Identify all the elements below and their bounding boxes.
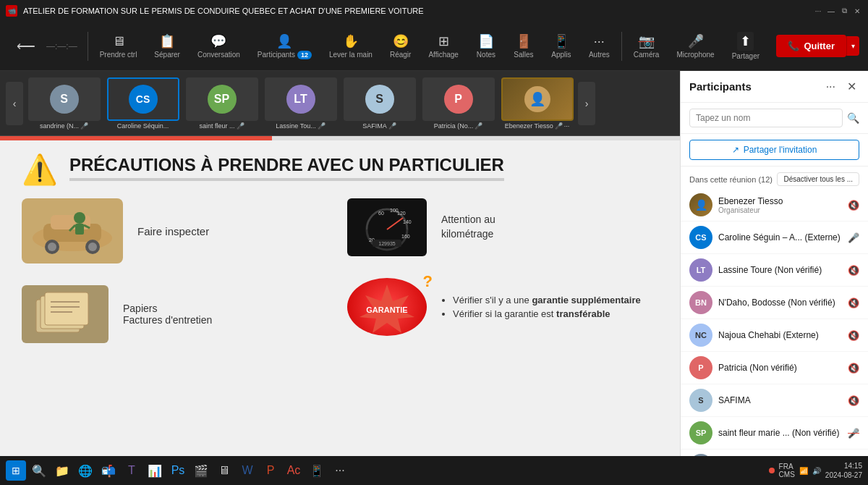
autres-label: Autres xyxy=(589,51,610,59)
garantie-bullet-2: Vérifier si la garantie est transférable xyxy=(453,307,641,321)
participant-row-patricia: P Patricia (Non vérifié) 🔇 xyxy=(681,352,868,384)
taskbar-edge[interactable]: 🌐 xyxy=(75,460,95,481)
avatar-najoua-panel: NC xyxy=(689,324,712,347)
name-caroline: Caroline Séquin... xyxy=(107,122,179,130)
toolbar-prendre-ctrl[interactable]: 🖥 Prendre ctrl xyxy=(93,31,145,62)
mic-najoua-panel: 🔇 xyxy=(848,330,859,341)
taskbar-office[interactable]: 📊 xyxy=(145,460,165,481)
minimize-btn[interactable]: — xyxy=(826,6,836,16)
toolbar-camera[interactable]: 📷 Caméra xyxy=(626,30,667,62)
toolbar-reagir[interactable]: 😊 Réagir xyxy=(383,30,418,62)
nav-next-btn[interactable]: › xyxy=(578,82,595,125)
info-ndaho: N'Daho, Bodosse (Non vérifié) xyxy=(718,298,842,308)
mic-safima: 🎤 xyxy=(388,122,396,130)
avatar-saint-fleur-panel: SP xyxy=(689,421,712,444)
quitter-button[interactable]: 📞 Quitter xyxy=(776,35,846,57)
autres-icon: ··· xyxy=(594,34,605,49)
taskbar-files[interactable]: 📁 xyxy=(52,460,72,481)
toolbar-autres[interactable]: ··· Autres xyxy=(582,31,617,62)
camera-icon: 📷 xyxy=(639,33,655,49)
slide-area: ⚠️ PRÉCAUTIONS À PRENDRE AVEC UN PARTICU… xyxy=(0,140,680,463)
maximize-btn[interactable]: ⧉ xyxy=(839,6,849,16)
content-col: ‹ S sandrine (N... 🎤 CS Caroline Séq xyxy=(0,71,680,485)
share-icon: ↗ xyxy=(732,145,739,155)
taskbar: ⊞ 🔍 📁 🌐 📬 T 📊 Ps 🎬 🖥 W P Ac 📱 ··· FRACMS… xyxy=(0,456,868,485)
name-sandrine: sandrine (N... 🎤 xyxy=(28,122,101,130)
toolbar-applis[interactable]: 📱 Applis xyxy=(544,30,579,62)
nav-prev-btn[interactable]: ‹ xyxy=(6,82,23,125)
taskbar-acrobat[interactable]: Ac xyxy=(284,460,304,481)
taskbar-word[interactable]: W xyxy=(237,460,258,481)
papers-svg xyxy=(29,289,101,340)
avatar-saint-fleur: SP xyxy=(208,85,237,114)
papiers-label: Papiers Factures d'entretien xyxy=(123,303,212,326)
taskbar-overflow[interactable]: ··· xyxy=(330,460,350,481)
mic-saint-fleur: 🎤 xyxy=(237,122,244,130)
toolbar-affichage[interactable]: ⊞ Affichage xyxy=(421,30,466,62)
toolbar-participants[interactable]: 👤 Participants 12 xyxy=(250,30,319,62)
back-icon: ⟵ xyxy=(17,38,35,54)
search-button[interactable]: 🔍 xyxy=(847,112,859,124)
video-caroline: CS xyxy=(107,77,179,121)
right-panel: Participants ··· ✕ 🔍 ↗ Partager l'invita… xyxy=(680,71,868,485)
panel-close-btn[interactable]: ✕ xyxy=(844,78,859,95)
toolbar-microphone[interactable]: 🎤 Microphone xyxy=(669,30,721,62)
panel-more-btn[interactable]: ··· xyxy=(823,79,838,95)
avatar-lassine: LT xyxy=(286,85,315,114)
toolbar-conversation[interactable]: 💬 Conversation xyxy=(190,30,247,62)
taskbar-teams[interactable]: T xyxy=(122,460,142,481)
taskbar-search[interactable]: 🔍 xyxy=(29,460,49,481)
salles-label: Salles xyxy=(514,51,533,59)
reagir-label: Réagir xyxy=(390,51,411,59)
mic-caroline-panel: 🎤 xyxy=(848,232,859,243)
participant-row-ndaho: BN N'Daho, Bodosse (Non vérifié) 🔇 xyxy=(681,287,868,319)
more-options-btn[interactable]: ··· xyxy=(813,6,823,16)
taskbar-whatsapp[interactable]: 📱 xyxy=(307,460,327,481)
toolbar-salles[interactable]: 🚪 Salles xyxy=(506,30,541,62)
role-ebenezer: Organisateur xyxy=(718,206,842,214)
partager-label: Partager xyxy=(732,52,760,60)
quitter-dropdown-btn[interactable]: ▾ xyxy=(846,36,859,56)
toolbar-separer[interactable]: 📋 Séparer xyxy=(147,30,187,62)
partager-icon: ⬆ xyxy=(737,32,754,51)
mic-ndaho-panel: 🔇 xyxy=(848,298,859,308)
participant-row-najoua: NC Najoua Chehabi (Externe) 🔇 xyxy=(681,319,868,352)
video-safima: S xyxy=(344,77,416,121)
svg-point-7 xyxy=(74,212,85,224)
back-btn[interactable]: ⟵ xyxy=(9,35,43,57)
affichage-icon: ⊞ xyxy=(438,33,449,49)
participant-row-safima: S SAFIMA 🔇 xyxy=(681,384,868,417)
avatar-caroline-panel: CS xyxy=(689,226,712,249)
name-patricia: Patricia (No... 🎤 xyxy=(422,122,495,130)
mute-all-button[interactable]: Désactiver tous les ... xyxy=(777,172,859,186)
video-lassine: LT xyxy=(265,77,337,121)
garantie-bullet-list: Vérifier s'il y a une garantie supplémen… xyxy=(441,293,641,321)
app-icon: 📹 xyxy=(6,5,17,17)
name-saint-fleur: saint fleur ... 🎤 xyxy=(186,122,258,130)
close-btn[interactable]: ✕ xyxy=(852,6,862,16)
applis-icon: 📱 xyxy=(553,33,569,49)
microphone-icon: 🎤 xyxy=(688,33,704,49)
taskbar-premiere[interactable]: 🎬 xyxy=(191,460,211,481)
mic-ebenezer-panel: 🔇 xyxy=(848,200,859,211)
screen-icon: 🖥 xyxy=(112,34,125,49)
toolbar-notes[interactable]: 📄 Notes xyxy=(469,30,503,62)
taskbar-right: FRACMS 📶 🔊 14:15 2024-08-27 xyxy=(769,461,862,480)
taskbar-powerpoint[interactable]: P xyxy=(260,460,281,481)
search-input[interactable] xyxy=(689,109,843,127)
info-lassine: Lassine Toure (Non vérifié) xyxy=(718,265,842,275)
taskbar-photoshop[interactable]: Ps xyxy=(168,460,188,481)
svg-point-4 xyxy=(48,242,56,251)
invite-button[interactable]: ↗ Partager l'invitation xyxy=(689,140,859,160)
page-wrapper: 📹 ATELIER DE FORMATION SUR LE PERMIS DE … xyxy=(0,0,868,485)
start-button[interactable]: ⊞ xyxy=(6,460,26,481)
taskbar-more[interactable]: 🖥 xyxy=(214,460,234,481)
name-ndaho-panel: N'Daho, Bodosse (Non vérifié) xyxy=(718,298,842,308)
slide-item-garantie: GARANTIE ? Vérifier s'il y a une garanti… xyxy=(347,278,658,336)
taskbar-mail[interactable]: 📬 xyxy=(98,460,119,481)
taskbar-locale: FRACMS xyxy=(779,463,795,478)
toolbar-lever-main[interactable]: ✋ Lever la main xyxy=(322,30,380,62)
toolbar-partager[interactable]: ⬆ Partager xyxy=(725,29,767,63)
divider-2 xyxy=(621,32,622,61)
slide-header: ⚠️ PRÉCAUTIONS À PRENDRE AVEC UN PARTICU… xyxy=(22,155,658,184)
